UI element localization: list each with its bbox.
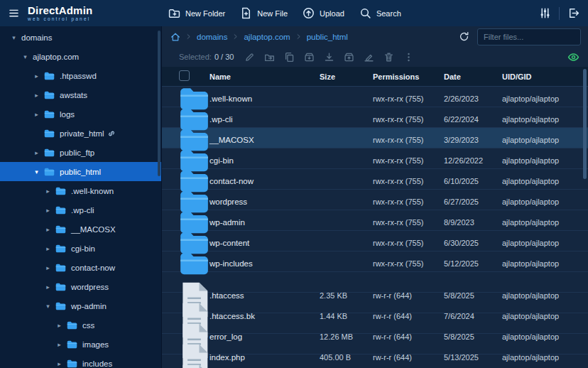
folder-icon	[55, 244, 66, 253]
table-row[interactable]: .htaccess2.35 KBrw-r-r (644)5/8/2025ajla…	[162, 272, 588, 293]
more-icon[interactable]	[403, 52, 414, 63]
table-row[interactable]: .well-knownrwx-rx-rx (755)2/26/2023ajlap…	[162, 87, 588, 107]
chevron-right-icon[interactable]: ▸	[33, 149, 40, 156]
chevron-right-icon[interactable]: ▸	[44, 283, 52, 291]
sidebar-item-images[interactable]: ▸images	[0, 335, 161, 354]
folder-icon	[67, 321, 77, 330]
table-row[interactable]: .wp-clirwx-rx-rx (755)6/22/2024ajlaptop/…	[162, 107, 588, 128]
selected-label: Selected:	[179, 53, 212, 61]
sidebar-item-.htpasswd[interactable]: ▸.htpasswd	[0, 66, 161, 85]
button-label: Upload	[320, 9, 344, 18]
rename-icon[interactable]	[364, 52, 374, 63]
move-icon[interactable]	[264, 52, 275, 63]
chevron-right-icon[interactable]: ▸	[55, 360, 63, 367]
column-header-size[interactable]: Size	[320, 72, 373, 81]
table-row[interactable]: __MACOSXrwx-rx-rx (755)3/29/2023ajlaptop…	[162, 128, 588, 148]
sidebar-item-.wp-cli[interactable]: ▸.wp-cli	[0, 200, 161, 220]
cell-date: 7/6/2024	[444, 312, 502, 320]
settings-sliders-icon[interactable]	[539, 7, 551, 19]
chevron-right-icon[interactable]: ▸	[33, 111, 40, 118]
refresh-icon[interactable]	[459, 31, 469, 42]
table-row[interactable]: wp-adminrwx-rx-rx (755)8/9/2023ajlaptop/…	[162, 210, 588, 231]
table-row[interactable]: wp-contentrwx-rx-rx (755)6/30/2025ajlapt…	[162, 231, 588, 251]
delete-icon[interactable]	[383, 52, 394, 63]
chevron-right-icon[interactable]: ▸	[33, 92, 40, 99]
upload-button[interactable]: Upload	[303, 7, 344, 19]
edit-icon[interactable]	[244, 52, 255, 63]
table-body: .well-knownrwx-rx-rx (755)2/26/2023ajlap…	[162, 87, 588, 368]
sidebar-item-.well-known[interactable]: ▸.well-known	[0, 181, 161, 200]
cell-size: 12.26 MB	[320, 332, 373, 341]
sidebar-item-cgi-bin[interactable]: ▸cgi-bin	[0, 239, 161, 258]
table-scrollbar[interactable]	[583, 69, 587, 365]
column-header-uid-gid[interactable]: UID/GID	[502, 72, 588, 81]
tree-item-label: wp-admin	[71, 302, 107, 310]
cell-name: .htaccess.bk	[209, 312, 320, 320]
chevron-right-icon[interactable]: ▸	[33, 72, 40, 80]
selection-status: Selected:0 / 30	[179, 53, 234, 61]
logout-icon[interactable]	[567, 7, 579, 19]
sidebar-item-wp-admin[interactable]: ▾wp-admin	[0, 296, 161, 315]
extract-icon[interactable]	[344, 52, 354, 63]
chevron-right-icon[interactable]: ▸	[44, 264, 52, 271]
chevron-right-icon[interactable]: ▸	[44, 245, 52, 252]
table-row[interactable]: wordpressrwx-rx-rx (755)6/27/2025ajlapto…	[162, 190, 588, 210]
cell-uid-gid: ajlaptop/ajlaptop	[502, 312, 588, 320]
chevron-right-icon[interactable]: ▸	[55, 341, 63, 348]
column-header-date[interactable]: Date	[444, 72, 502, 81]
chevron-right-icon[interactable]: ▸	[44, 226, 52, 233]
sidebar-item-__MACOSX[interactable]: ▸__MACOSX	[0, 220, 161, 239]
compress-icon[interactable]	[304, 52, 315, 63]
chevron-down-icon[interactable]: ▾	[33, 168, 40, 175]
file-manager-main: domainsajlaptop.compublic_html Selected:…	[162, 26, 588, 368]
cell-date: 5/8/2025	[444, 291, 502, 300]
breadcrumb-link[interactable]: ajlaptop.com	[244, 33, 290, 41]
app-logo[interactable]: DirectAdmin web control panel	[28, 5, 92, 22]
table-row[interactable]: wp-includesrwx-rx-rx (755)5/12/2025ajlap…	[162, 251, 588, 272]
chevron-down-icon[interactable]: ▾	[10, 34, 18, 41]
cell-uid-gid: ajlaptop/ajlaptop	[502, 177, 588, 185]
new-file-button[interactable]: New File	[240, 7, 288, 19]
home-icon[interactable]	[170, 32, 180, 42]
sidebar-item-ajlaptop.com[interactable]: ▾ajlaptop.com	[0, 47, 161, 66]
copy-icon[interactable]	[284, 52, 295, 63]
table-row[interactable]: cgi-binrwx-rx-rx (755)12/26/2022ajlaptop…	[162, 148, 588, 169]
column-header-permissions[interactable]: Permissions	[373, 72, 444, 81]
sidebar-item-public_html[interactable]: ▾public_html	[0, 162, 161, 181]
sidebar-item-includes[interactable]: ▸includes	[0, 354, 161, 368]
table-header: Name Size Permissions Date UID/GID	[162, 67, 588, 87]
cell-name: wordpress	[209, 197, 320, 206]
sidebar-item-domains[interactable]: ▾domains	[0, 28, 161, 47]
search-button[interactable]: Search	[359, 7, 401, 19]
download-icon[interactable]	[324, 52, 334, 63]
show-hidden-files-icon[interactable]	[567, 51, 579, 63]
select-all-checkbox[interactable]	[179, 70, 190, 81]
table-row[interactable]: contact-nowrwx-rx-rx (755)6/10/2025ajlap…	[162, 169, 588, 190]
tree-item-label: public_html	[60, 168, 101, 176]
new-folder-button[interactable]: New Folder	[168, 7, 225, 19]
sidebar-item-contact-now[interactable]: ▸contact-now	[0, 258, 161, 277]
breadcrumb-link[interactable]: domains	[197, 33, 227, 41]
scrollbar-thumb[interactable]	[583, 69, 587, 179]
filter-input[interactable]	[477, 28, 581, 45]
chevron-right-icon[interactable]: ▸	[44, 207, 52, 214]
cell-permissions: rwx-rx-rx (755)	[373, 218, 444, 227]
sidebar-item-private_html[interactable]: private_html	[0, 124, 161, 143]
tree-item-label: includes	[82, 359, 112, 368]
sidebar-item-wordpress[interactable]: ▸wordpress	[0, 277, 161, 296]
chevron-down-icon[interactable]: ▾	[21, 53, 29, 60]
cell-name: __MACOSX	[209, 136, 320, 144]
cell-size: 1.44 KB	[320, 312, 373, 320]
chevron-right-icon[interactable]: ▸	[55, 322, 63, 329]
column-header-name[interactable]: Name	[209, 72, 320, 81]
sidebar-item-css[interactable]: ▸css	[0, 315, 161, 335]
hamburger-menu-icon[interactable]	[8, 8, 20, 18]
chevron-down-icon[interactable]: ▾	[44, 303, 52, 310]
cell-permissions: rwx-rx-rx (755)	[373, 156, 444, 165]
sidebar-item-logs[interactable]: ▸logs	[0, 104, 161, 124]
chevron-right-icon[interactable]: ▸	[44, 188, 52, 195]
sidebar-scrollbar[interactable]	[158, 31, 160, 176]
sidebar-item-public_ftp[interactable]: ▸public_ftp	[0, 143, 161, 162]
sidebar-item-awstats[interactable]: ▸awstats	[0, 85, 161, 104]
breadcrumb-link[interactable]: public_html	[307, 33, 348, 41]
